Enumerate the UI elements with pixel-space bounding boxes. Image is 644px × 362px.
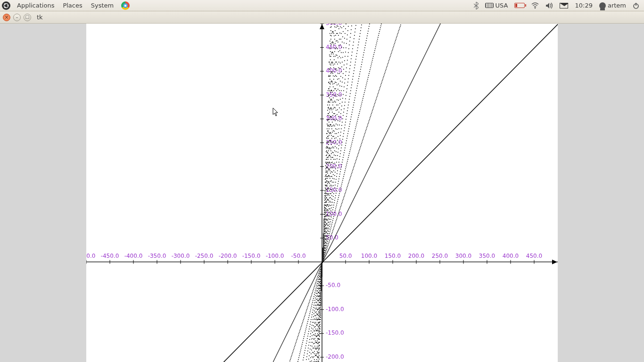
battery-low-icon: [514, 3, 525, 8]
user-icon: [599, 2, 606, 9]
keyboard-layout-indicator[interactable]: USA: [482, 2, 511, 9]
keyboard-icon: [485, 3, 494, 8]
window-close-button[interactable]: ×: [3, 14, 10, 21]
mail-icon: [560, 3, 568, 8]
username-label: artem: [608, 2, 626, 9]
svg-point-3: [4, 7, 6, 8]
user-menu[interactable]: artem: [596, 2, 629, 9]
sound-indicator[interactable]: [543, 2, 556, 9]
bluetooth-indicator[interactable]: [471, 2, 481, 9]
wifi-icon: [531, 2, 539, 9]
session-menu[interactable]: [630, 2, 642, 9]
messaging-indicator[interactable]: [557, 3, 571, 8]
bluetooth-icon: [474, 2, 479, 9]
clock-label: 10:29: [575, 2, 592, 9]
menu-places[interactable]: Places: [59, 0, 86, 11]
plot-canvas[interactable]: [86, 24, 558, 362]
svg-point-4: [535, 7, 536, 8]
network-indicator[interactable]: [528, 2, 542, 9]
tk-canvas[interactable]: [86, 24, 558, 362]
svg-point-1: [8, 5, 9, 6]
volume-icon: [545, 2, 553, 9]
chrome-launcher-icon[interactable]: [121, 1, 130, 10]
keyboard-layout-label: USA: [495, 2, 508, 9]
window-titlebar[interactable]: × – ☐ tk: [0, 11, 644, 24]
menu-applications[interactable]: Applications: [13, 0, 58, 11]
window-maximize-button[interactable]: ☐: [24, 14, 31, 21]
client-area: [0, 24, 644, 362]
battery-indicator[interactable]: [512, 3, 528, 8]
window-minimize-button[interactable]: –: [13, 14, 21, 21]
svg-point-2: [4, 3, 6, 5]
menu-system[interactable]: System: [87, 0, 117, 11]
clock-indicator[interactable]: 10:29: [572, 2, 595, 9]
power-icon: [633, 2, 639, 9]
ubuntu-logo-icon[interactable]: [2, 1, 10, 10]
window-title: tk: [37, 14, 43, 21]
gnome-top-panel: Applications Places System USA 10:29 art…: [0, 0, 644, 11]
